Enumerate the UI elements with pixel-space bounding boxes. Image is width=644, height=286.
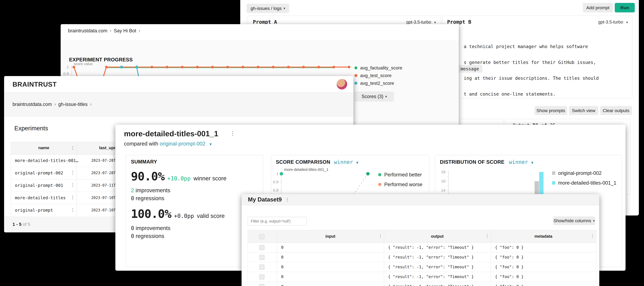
row-checkbox[interactable] [259, 274, 264, 279]
dataset-header-band: My Dataset9 ⋮ [242, 194, 599, 205]
y-axis-label: score value [74, 62, 93, 66]
braintrust-breadcrumb-band: braintrustdata.com › gh-issue-titles › [4, 92, 354, 116]
select-all-checkbox[interactable] [259, 234, 264, 239]
prompt-a-model-selector[interactable]: gpt-3.5-turbo ▾ [406, 20, 436, 25]
legend-label: Performed worse [384, 182, 422, 187]
breadcrumb-project[interactable]: gh-issue-titles [58, 101, 88, 107]
prompt-line: a technical project manager who helps so… [464, 44, 599, 49]
dataset-menu-icon[interactable]: ⋮ [285, 197, 290, 202]
legend-item[interactable]: avg_test_score [354, 72, 402, 79]
column-header-metadata[interactable]: metadata [491, 234, 596, 239]
valid-score-block: 100.0% +0.0pp valid score [131, 207, 225, 221]
chevron-right-icon: › [88, 101, 94, 107]
column-menu-icon[interactable]: ⋮ [70, 146, 75, 150]
cell-input: 0 [281, 274, 284, 279]
chart-legend: avg_factuality_score avg_test_score avg_… [354, 64, 402, 101]
cell-metadata: { "foo": 0 } [495, 255, 524, 259]
scatter-point-better [280, 172, 283, 176]
row-menu-icon[interactable]: ⋮ [70, 207, 75, 212]
score-comparison-legend: Performed better Performed worse [378, 171, 422, 189]
filter-input[interactable] [248, 217, 307, 226]
show-hide-columns-button[interactable]: Show/hide columns ▾ [553, 216, 595, 225]
legend-label: avg_factuality_score [360, 65, 402, 71]
cell-metadata: { "foo": 0 } [495, 274, 524, 279]
regressions-label: regressions [136, 195, 164, 201]
dataset-row[interactable]: 0 { "result": -1, "error": "Timeout" } {… [248, 252, 596, 262]
compared-with-label: compared with [124, 141, 158, 147]
legend-item[interactable]: avg_test2_score [354, 79, 402, 87]
row-menu-icon[interactable]: ⋮ [70, 195, 75, 200]
valid-score-delta: +0.0pp [174, 213, 194, 219]
breadcrumb-project[interactable]: Say Hi Bot [114, 28, 136, 34]
regressions-count: 0 [131, 233, 134, 239]
breadcrumb-org[interactable]: braintrustdata.com [12, 101, 52, 107]
comparison-menu-icon[interactable]: ⋮ [230, 131, 235, 136]
column-menu-icon[interactable]: ⋮ [590, 234, 594, 238]
dataset-row[interactable]: 0 { "result": -1, "error": "Timeout" } {… [248, 272, 596, 282]
valid-score-label: valid score [197, 213, 225, 219]
prompt-line: s generate better titles for their GitHu… [464, 60, 599, 65]
clear-outputs-button[interactable]: Clear outputs [600, 106, 632, 115]
distribution-legend: original-prompt-002 more-detailed-titles… [552, 169, 616, 187]
column-header-name[interactable]: name [11, 145, 76, 150]
winner-score-block: 90.0% +10.0pp winner score [131, 170, 226, 183]
cell-input: 0 [281, 245, 284, 250]
breadcrumb-org[interactable]: braintrustdata.com [68, 28, 107, 34]
legend-square-gray [552, 171, 555, 175]
chevron-right-icon: › [52, 101, 58, 107]
experiment-name: more-detailed-titles [15, 195, 66, 200]
switch-view-label: Switch view [572, 108, 595, 113]
project-selector[interactable]: gh-issues / logs ▾ [246, 4, 289, 13]
legend-label: original-prompt-002 [558, 170, 602, 176]
chevron-down-icon: ▾ [434, 20, 436, 24]
prompt-a-title: Prompt A [253, 19, 277, 25]
winner-score-label: winner score [194, 175, 226, 182]
column-header-input[interactable]: input [277, 234, 384, 239]
legend-dot-green [354, 66, 357, 69]
dataset-row[interactable]: 0 { "result": -1, "error": "Timeout" } {… [248, 281, 596, 286]
add-prompt-label: Add prompt [586, 5, 610, 10]
valid-score-value: 100.0% [131, 207, 171, 221]
compared-with-selector[interactable]: original-prompt-002 ▼ [160, 141, 212, 147]
prompt-b-model-selector[interactable]: gpt-3.5-turbo ▾ [598, 20, 628, 25]
cell-output: { "result": -1, "error": "Timeout" } [388, 265, 474, 269]
prompt-b-model: gpt-3.5-turbo [598, 20, 623, 25]
project-selector-label: gh-issues / logs [250, 6, 282, 11]
column-menu-icon[interactable]: ⋮ [485, 234, 489, 238]
prompt-line: t and concise one-line statements. [464, 91, 599, 97]
cell-input: 0 [281, 284, 284, 286]
switch-view-button[interactable]: Switch view [569, 106, 598, 115]
column-header-output[interactable]: output [384, 234, 491, 239]
ytick: 14 [441, 188, 446, 193]
compared-with-row: compared with original-prompt-002 ▼ [124, 141, 212, 147]
legend-dot-teal [354, 82, 357, 85]
row-checkbox[interactable] [259, 255, 264, 260]
dataset-title: My Dataset9 [248, 196, 282, 203]
avatar[interactable] [337, 79, 347, 89]
brand-logo[interactable]: BRAINTRUST [12, 81, 57, 88]
experiment-breadcrumb: braintrustdata.com › Say Hi Bot › [68, 28, 143, 34]
summary-heading: SUMMARY [131, 159, 157, 165]
prompt-line: ing at their issue descriptions. The tit… [464, 76, 599, 81]
valid-regressions: 0 regressions [131, 233, 164, 239]
row-menu-icon[interactable]: ⋮ [70, 158, 75, 162]
row-checkbox[interactable] [259, 284, 264, 286]
message-role-label: message [460, 66, 479, 71]
run-button[interactable]: Run [615, 3, 635, 13]
row-checkbox[interactable] [259, 245, 264, 250]
winner-score-delta: +10.0pp [167, 175, 190, 182]
column-menu-icon[interactable]: ⋮ [378, 234, 382, 238]
legend-label: avg_test2_score [360, 81, 394, 86]
dataset-row[interactable]: 0 { "result": -1, "error": "Timeout" } {… [248, 242, 596, 252]
legend-item[interactable]: avg_factuality_score [354, 64, 402, 72]
scores-dropdown[interactable]: Scores (3) ▾ [354, 91, 394, 101]
row-checkbox[interactable] [259, 264, 264, 270]
dataset-row[interactable]: 0 { "result": -1, "error": "Timeout" } {… [248, 262, 596, 272]
row-menu-icon[interactable]: ⋮ [70, 170, 75, 175]
add-prompt-button[interactable]: Add prompt [583, 3, 613, 13]
show-prompts-button[interactable]: Show prompts [534, 106, 567, 115]
row-menu-icon[interactable]: ⋮ [70, 183, 75, 187]
pagination-range: 1 - 5 [12, 222, 22, 227]
cell-metadata: { "foo": 0 } [495, 265, 524, 269]
message-role-chip[interactable]: message [457, 65, 482, 73]
